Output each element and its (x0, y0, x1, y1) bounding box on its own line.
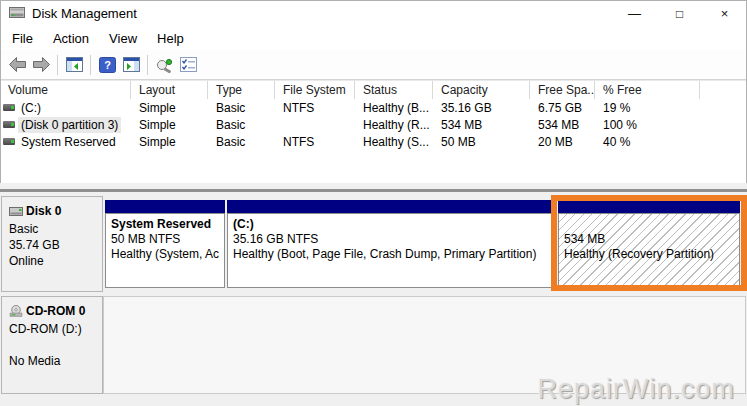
disk0-size: 35.74 GB (9, 237, 100, 253)
status-cell: Healthy (S... (355, 135, 433, 149)
toolbar: ? (0, 50, 747, 80)
title-bar: Disk Management — □ × (0, 0, 747, 27)
volume-label-selected: (Disk 0 partition 3) (18, 117, 121, 133)
column-header-pct-free[interactable]: % Free (595, 81, 700, 99)
volume-label: (C:) (18, 100, 44, 116)
volume-row-system-reserved[interactable]: System Reserved Simple Basic NTFS Health… (0, 133, 747, 150)
partition-color-band (227, 200, 556, 213)
volume-icon (3, 104, 15, 111)
capacity-cell: 35.16 GB (433, 101, 530, 115)
forward-icon[interactable] (29, 53, 53, 77)
cdrom-media-status: No Media (9, 353, 100, 369)
status-cell: Healthy (R... (355, 118, 433, 132)
window-title: Disk Management (32, 6, 137, 21)
svg-text:?: ? (104, 59, 111, 71)
disk0-type: Basic (9, 221, 100, 237)
column-header-free-space[interactable]: Free Spa... (530, 81, 595, 99)
volume-name-cell: (C:) (0, 100, 131, 116)
cdrom-panel[interactable]: CD-ROM 0 CD-ROM (D:) No Media (1, 296, 103, 394)
column-header-layout[interactable]: Layout (131, 81, 208, 99)
capacity-cell: 50 MB (433, 135, 530, 149)
inspect-icon[interactable] (152, 53, 176, 77)
file-system-cell: NTFS (275, 135, 355, 149)
cdrom-title: CD-ROM 0 (9, 303, 100, 319)
partition-status: Healthy (System, Ac (111, 247, 219, 262)
disk0-status: Online (9, 253, 100, 269)
maximize-button[interactable]: □ (657, 0, 702, 27)
partition-color-band (105, 200, 225, 213)
partition-size: 35.16 GB NTFS (233, 232, 550, 247)
volume-list-header: Volume Layout Type File System Status Ca… (0, 80, 747, 99)
pct-free-cell: 19 % (595, 101, 700, 115)
partition-info: 534 MB Healthy (Recovery Partition) (558, 213, 740, 288)
disk-drive-icon (9, 5, 25, 23)
pct-free-cell: 40 % (595, 135, 700, 149)
checklist-icon[interactable] (176, 53, 200, 77)
toolbar-separator (57, 55, 58, 75)
volume-row-recovery[interactable]: (Disk 0 partition 3) Simple Basic Health… (0, 116, 747, 133)
column-header-filler (700, 81, 747, 99)
volume-name-cell: System Reserved (0, 134, 131, 150)
free-space-cell: 6.75 GB (530, 101, 595, 115)
close-button[interactable]: × (702, 0, 747, 27)
free-space-cell: 534 MB (530, 118, 595, 132)
partition-color-band (558, 200, 740, 213)
type-cell: Basic (208, 101, 275, 115)
partition-recovery[interactable]: 534 MB Healthy (Recovery Partition) (558, 200, 740, 288)
minimize-button[interactable]: — (612, 0, 657, 27)
volume-name-cell: (Disk 0 partition 3) (0, 117, 131, 133)
disk0-name: Disk 0 (26, 203, 61, 219)
partition-name: System Reserved (111, 217, 219, 232)
partition-size: 50 MB NTFS (111, 232, 219, 247)
type-cell: Basic (208, 135, 275, 149)
layout-cell: Simple (131, 118, 208, 132)
menu-view[interactable]: View (99, 28, 147, 49)
disk0-title: Disk 0 (9, 203, 100, 219)
file-system-cell: NTFS (275, 101, 355, 115)
column-header-status[interactable]: Status (355, 81, 433, 99)
menu-action[interactable]: Action (43, 28, 99, 49)
console-tree-icon[interactable] (62, 53, 86, 77)
capacity-cell: 534 MB (433, 118, 530, 132)
partition-status: Healthy (Recovery Partition) (564, 247, 734, 262)
column-header-type[interactable]: Type (208, 81, 275, 99)
partition-info: System Reserved 50 MB NTFS Healthy (Syst… (105, 213, 225, 288)
disk-icon (9, 207, 23, 216)
free-space-cell: 20 MB (530, 135, 595, 149)
type-cell: Basic (208, 118, 275, 132)
column-header-volume[interactable]: Volume (0, 81, 131, 99)
menu-bar: File Action View Help (0, 27, 747, 50)
layout-cell: Simple (131, 135, 208, 149)
disk-management-window: Disk Management — □ × File Action View H… (0, 0, 747, 406)
watermark: RepairWin.com (537, 374, 735, 405)
volume-icon (3, 138, 15, 145)
partition-size: 534 MB (564, 232, 734, 247)
partition-status: Healthy (Boot, Page File, Crash Dump, Pr… (233, 247, 550, 262)
cdrom-drive: CD-ROM (D:) (9, 321, 100, 337)
volume-label: System Reserved (18, 134, 119, 150)
partition-name: (C:) (233, 217, 550, 232)
pane-splitter[interactable] (0, 183, 747, 194)
cdrom-name: CD-ROM 0 (26, 303, 85, 319)
graphical-view: Disk 0 Basic 35.74 GB Online System Rese… (0, 194, 747, 406)
toolbar-separator (90, 55, 91, 75)
partition-info: (C:) 35.16 GB NTFS Healthy (Boot, Page F… (227, 213, 556, 288)
column-header-capacity[interactable]: Capacity (433, 81, 530, 99)
help-icon[interactable]: ? (95, 53, 119, 77)
partition-system-reserved[interactable]: System Reserved 50 MB NTFS Healthy (Syst… (105, 200, 225, 288)
pct-free-cell: 100 % (595, 118, 700, 132)
volume-icon (3, 121, 15, 128)
column-header-file-system[interactable]: File System (275, 81, 355, 99)
volume-list: Volume Layout Type File System Status Ca… (0, 80, 747, 183)
menu-help[interactable]: Help (147, 28, 194, 49)
partition-name (564, 217, 734, 232)
disk0-panel[interactable]: Disk 0 Basic 35.74 GB Online (1, 196, 103, 292)
partition-c[interactable]: (C:) 35.16 GB NTFS Healthy (Boot, Page F… (227, 200, 556, 288)
volume-row-c[interactable]: (C:) Simple Basic NTFS Healthy (B... 35.… (0, 99, 747, 116)
back-icon[interactable] (5, 53, 29, 77)
menu-file[interactable]: File (2, 28, 43, 49)
toolbar-separator (147, 55, 148, 75)
action-pane-icon[interactable] (119, 53, 143, 77)
cd-rom-icon (9, 305, 23, 317)
status-cell: Healthy (B... (355, 101, 433, 115)
